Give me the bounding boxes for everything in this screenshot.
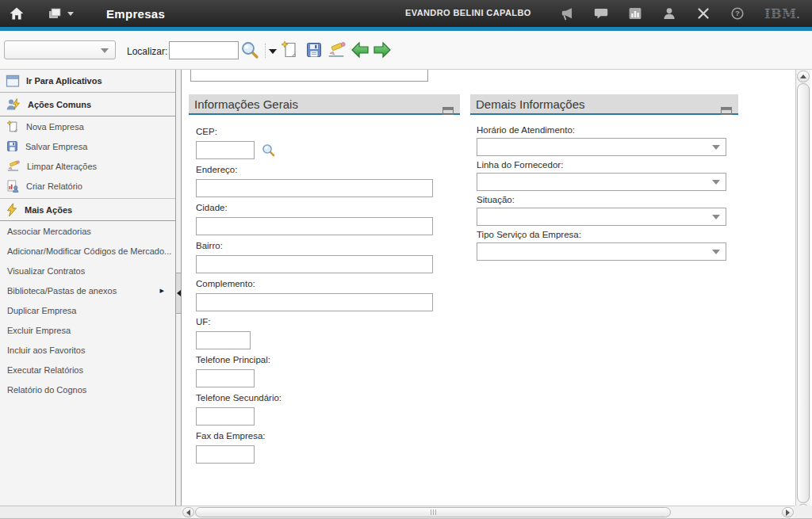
field-telefone-secundario: Telefone Secundário:: [196, 393, 435, 426]
go-to-menu-icon[interactable]: [46, 5, 75, 22]
action-duplicar-empresa[interactable]: Duplicar Empresa: [0, 300, 175, 320]
chevron-down-icon: [712, 250, 720, 254]
vertical-scrollbar[interactable]: [795, 70, 810, 517]
user-name-label: EVANDRO BELINI CAPALBO: [405, 8, 531, 17]
complemento-input[interactable]: [196, 293, 433, 311]
profile-icon[interactable]: [661, 5, 678, 22]
record-dropdown[interactable]: [4, 40, 116, 59]
more-actions-lightning-icon: [6, 203, 18, 217]
save-icon[interactable]: [304, 40, 324, 60]
field-telefone-principal: Telefone Principal:: [196, 355, 435, 387]
more-actions-title: Mais Ações: [25, 205, 72, 215]
field-cidade: Cidade:: [196, 203, 435, 235]
bairro-input[interactable]: [196, 255, 433, 273]
horizontal-scroll-thumb[interactable]: [195, 507, 671, 517]
field-complemento: Complemento:: [196, 279, 435, 311]
cep-input[interactable]: [196, 141, 255, 159]
clipped-field-above[interactable]: [190, 70, 428, 82]
form-scroll-region: Informações Gerais Demais Informações CE…: [182, 70, 795, 506]
field-bairro: Bairro:: [196, 241, 435, 273]
close-icon[interactable]: [695, 5, 712, 22]
complemento-label: Complemento:: [196, 279, 435, 288]
svg-text:?: ?: [735, 9, 740, 17]
action-excluir-empresa[interactable]: Excluir Empresa: [0, 320, 175, 340]
uf-input[interactable]: [196, 331, 251, 349]
action-nova-empresa[interactable]: Nova Empresa: [0, 116, 175, 136]
tipo-servico-label: Tipo Serviço da Empresa:: [477, 230, 727, 239]
right-arrow-icon: [786, 509, 790, 516]
collapse-arrow-icon: [177, 290, 181, 296]
record-toolbar: Localizar:: [0, 31, 812, 70]
localizar-input[interactable]: [169, 41, 239, 59]
bairro-label: Bairro:: [196, 241, 435, 250]
action-adicionar-modificar-codigos[interactable]: Adicionar/Modificar Códigos de Mercado..…: [0, 241, 175, 261]
telefone-principal-label: Telefone Principal:: [196, 355, 435, 364]
endereco-label: Endereço:: [196, 165, 435, 174]
announcements-icon[interactable]: [558, 5, 576, 22]
more-actions-header: Mais Ações: [0, 198, 175, 221]
minimize-section-icon[interactable]: [721, 101, 732, 120]
situacao-select[interactable]: [477, 208, 726, 226]
action-biblioteca-pastas-anexos[interactable]: Biblioteca/Pastas de anexos ▸: [0, 280, 175, 300]
vertical-scroll-thumb[interactable]: [797, 83, 810, 503]
horario-atendimento-input[interactable]: [477, 139, 708, 155]
telefone-principal-input[interactable]: [196, 369, 255, 387]
endereco-input[interactable]: [196, 179, 433, 197]
scroll-up-button[interactable]: [797, 71, 810, 82]
action-salvar-empresa[interactable]: Salvar Empresa: [0, 136, 175, 156]
minimize-section-icon[interactable]: [442, 101, 454, 120]
cidade-input[interactable]: [196, 217, 433, 235]
scrollbar-corner: [795, 506, 812, 518]
ibm-logo: IBM: [763, 5, 801, 22]
sidebar-collapse-handle[interactable]: [176, 273, 181, 314]
section-header-informacoes-gerais: Informações Gerais: [189, 94, 460, 115]
tipo-servico-select[interactable]: [477, 242, 726, 261]
next-record-icon[interactable]: [372, 40, 393, 60]
action-executar-relatorios[interactable]: Executar Relatórios: [0, 360, 175, 380]
page-title: Empresas: [106, 7, 165, 21]
save-icon: [6, 139, 19, 153]
situacao-input[interactable]: [477, 208, 708, 225]
telefone-secundario-label: Telefone Secundário:: [196, 393, 435, 403]
action-criar-relatorio[interactable]: Criar Relatório: [0, 176, 175, 196]
common-actions-title: Ações Comuns: [28, 100, 91, 109]
chevron-down-icon: [712, 180, 720, 185]
field-horario-atendimento: Horário de Atendimento:: [477, 125, 727, 156]
other-fields-column: Horário de Atendimento: Linha do Fornece…: [477, 125, 727, 265]
search-icon[interactable]: [239, 40, 260, 60]
help-icon[interactable]: ?: [729, 5, 746, 22]
telefone-secundario-input[interactable]: [196, 407, 255, 426]
action-incluir-aos-favoritos[interactable]: Incluir aos Favoritos: [0, 340, 175, 360]
sidebar-splitter[interactable]: [176, 70, 182, 506]
scroll-left-button[interactable]: [182, 507, 194, 517]
horizontal-scrollbar[interactable]: [182, 506, 795, 518]
horario-atendimento-select[interactable]: [477, 138, 726, 156]
clear-changes-icon[interactable]: [326, 40, 347, 60]
action-relatorio-cognos[interactable]: Relatório do Cognos: [0, 380, 175, 399]
action-visualizar-contratos[interactable]: Visualizar Contratos: [0, 261, 175, 280]
cep-lookup-icon[interactable]: [261, 143, 276, 158]
fax-empresa-input[interactable]: [196, 445, 255, 464]
toolbar-separator: [265, 44, 266, 58]
home-icon[interactable]: [8, 5, 25, 22]
tipo-servico-input[interactable]: [477, 243, 708, 260]
linha-fornecedor-select[interactable]: [477, 173, 726, 191]
linha-fornecedor-input[interactable]: [477, 174, 708, 190]
up-arrow-icon: [800, 74, 806, 78]
scroll-right-button[interactable]: [782, 507, 794, 517]
action-limpar-alteracoes[interactable]: Limpar Alterações: [0, 156, 175, 176]
submenu-arrow-icon: ▸: [159, 285, 164, 296]
search-options-caret[interactable]: [269, 49, 277, 54]
main-form-area: Informações Gerais Demais Informações CE…: [182, 70, 812, 518]
chat-icon[interactable]: [592, 5, 610, 22]
reports-icon[interactable]: [626, 5, 644, 22]
previous-record-icon[interactable]: [350, 40, 370, 60]
field-situacao: Situação:: [477, 195, 727, 226]
chevron-down-icon: [712, 145, 720, 150]
application-window: Empresas EVANDRO BELINI CAPALBO ?: [0, 0, 812, 519]
sidebar-footer-strip: [0, 506, 182, 518]
new-record-icon[interactable]: [279, 40, 300, 60]
sidebar-item-go-to-applications[interactable]: Ir Para Aplicativos: [0, 70, 175, 93]
action-associar-mercadorias[interactable]: Associar Mercadorias: [0, 221, 175, 241]
go-to-caret-icon: [67, 12, 74, 16]
